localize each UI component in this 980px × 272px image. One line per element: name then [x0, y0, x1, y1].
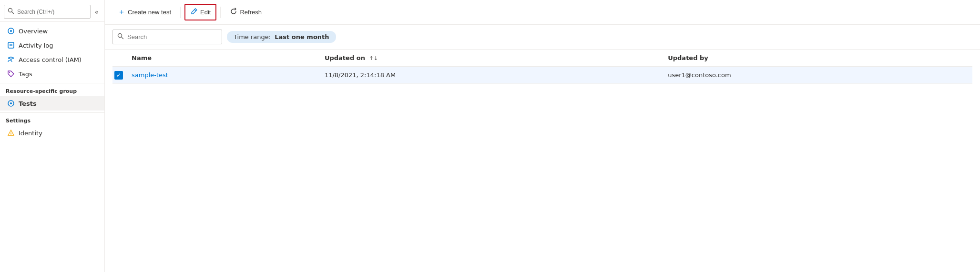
main-content: ＋ Create new test Edit Refresh: [105, 0, 980, 272]
sidebar-item-identity-label: Identity: [19, 130, 42, 137]
table-header-name: Name: [128, 50, 321, 67]
sidebar-item-tags[interactable]: Tags: [0, 67, 104, 81]
sidebar-search-box[interactable]: [4, 5, 91, 19]
toolbar-divider-2: [220, 7, 221, 18]
refresh-icon: [230, 8, 237, 17]
sidebar-item-tests-label: Tests: [19, 100, 37, 107]
search-box-icon: [117, 32, 124, 41]
svg-point-3: [10, 30, 12, 32]
sidebar-item-identity[interactable]: Identity: [0, 126, 104, 140]
filters-bar: Time range: Last one month: [105, 25, 980, 50]
svg-point-12: [10, 102, 12, 104]
search-icon: [7, 7, 15, 16]
row-name-cell: sample-test: [128, 67, 321, 84]
svg-point-15: [10, 134, 11, 135]
tests-icon: [7, 100, 15, 107]
sidebar-item-tests[interactable]: Tests: [0, 96, 104, 111]
refresh-button[interactable]: Refresh: [225, 4, 267, 20]
table-area: Name Updated on ↑↓ Updated by ✓: [105, 50, 980, 272]
sidebar-item-overview[interactable]: Overview: [0, 24, 104, 38]
plus-icon: ＋: [118, 7, 125, 17]
table-header-updated-by: Updated by: [664, 50, 972, 67]
access-control-icon: [7, 56, 15, 63]
sidebar-item-tags-label: Tags: [19, 71, 32, 78]
sidebar: « Overview Activity log: [0, 0, 105, 272]
row-updated-by-cell: user1@contoso.com: [664, 67, 972, 84]
section-settings-header: Settings: [0, 112, 104, 126]
sidebar-search-input[interactable]: [17, 9, 87, 15]
svg-point-17: [118, 34, 122, 38]
sort-icon: ↑↓: [369, 55, 378, 61]
create-new-test-button[interactable]: ＋ Create new test: [112, 4, 176, 20]
sidebar-item-activity-log-label: Activity log: [19, 42, 53, 49]
table-header-row: Name Updated on ↑↓ Updated by: [112, 50, 972, 67]
sidebar-item-access-control[interactable]: Access control (IAM): [0, 52, 104, 67]
time-range-badge[interactable]: Time range: Last one month: [227, 31, 336, 43]
activity-log-icon: [7, 41, 15, 49]
refresh-label: Refresh: [240, 9, 262, 16]
collapse-sidebar-button[interactable]: «: [92, 7, 101, 17]
svg-point-9: [12, 58, 14, 59]
table-header-updated-on[interactable]: Updated on ↑↓: [321, 50, 664, 67]
sidebar-item-overview-label: Overview: [19, 28, 48, 35]
section-resource-header: Resource-specific group: [0, 83, 104, 96]
search-input[interactable]: [127, 33, 218, 40]
svg-line-1: [12, 12, 14, 14]
checkmark-icon: ✓: [116, 72, 121, 78]
edit-icon: [190, 8, 198, 17]
sidebar-item-activity-log[interactable]: Activity log: [0, 38, 104, 52]
toolbar: ＋ Create new test Edit Refresh: [105, 0, 980, 25]
edit-label: Edit: [200, 9, 211, 16]
row-name-link[interactable]: sample-test: [132, 71, 168, 79]
sidebar-search-row: «: [0, 2, 104, 22]
search-box[interactable]: [112, 30, 222, 44]
sidebar-nav: Overview Activity log: [0, 22, 104, 272]
data-table: Name Updated on ↑↓ Updated by ✓: [112, 50, 972, 84]
svg-point-0: [9, 9, 12, 12]
tags-icon: [7, 70, 15, 78]
row-updated-on-cell: 11/8/2021, 2:14:18 AM: [321, 67, 664, 84]
overview-icon: [7, 27, 15, 35]
svg-point-7: [10, 57, 12, 60]
row-checkbox[interactable]: ✓: [114, 71, 123, 80]
row-checkbox-cell[interactable]: ✓: [112, 67, 128, 84]
toolbar-divider: [180, 7, 181, 18]
identity-icon: [7, 129, 15, 137]
svg-rect-4: [8, 42, 14, 48]
svg-line-18: [122, 37, 123, 39]
table-row: ✓ sample-test 11/8/2021, 2:14:18 AM user…: [112, 67, 972, 84]
table-header-checkbox: [112, 50, 128, 67]
time-range-label: Time range:: [234, 33, 273, 40]
create-new-test-label: Create new test: [128, 9, 171, 16]
svg-line-16: [194, 10, 196, 11]
time-range-value: Last one month: [275, 33, 329, 40]
svg-point-10: [9, 72, 10, 73]
svg-point-8: [9, 58, 10, 59]
edit-button[interactable]: Edit: [184, 4, 216, 20]
sidebar-item-access-control-label: Access control (IAM): [19, 56, 82, 63]
